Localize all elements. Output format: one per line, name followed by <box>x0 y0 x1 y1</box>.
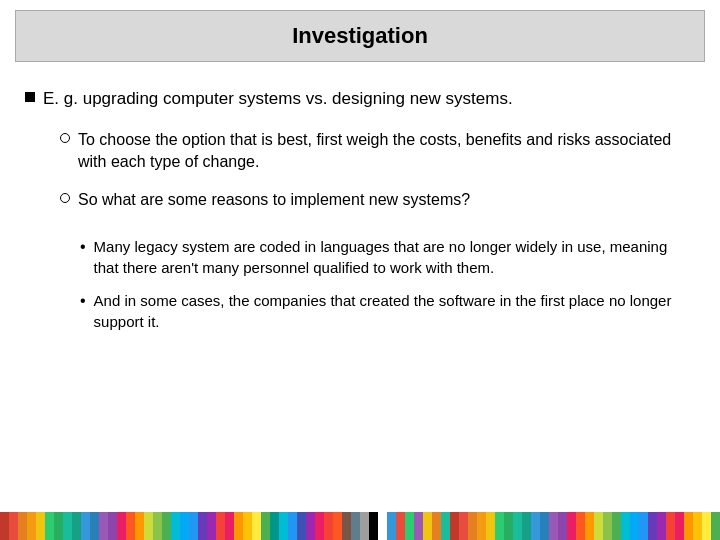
pixel-decoration-block <box>252 512 261 540</box>
pixel-decoration-block <box>450 512 459 540</box>
pixel-decoration-block <box>81 512 90 540</box>
pixel-decoration-block <box>72 512 81 540</box>
pixel-decoration-block <box>297 512 306 540</box>
pixel-decoration-block <box>189 512 198 540</box>
pixel-decoration-block <box>702 512 711 540</box>
nested-bullet-dot-1: • <box>80 236 86 258</box>
pixel-decoration-block <box>234 512 243 540</box>
content-area: E. g. upgrading computer systems vs. des… <box>0 62 720 540</box>
pixel-decoration-block <box>99 512 108 540</box>
pixel-decoration-block <box>405 512 414 540</box>
pixel-decoration-block <box>657 512 666 540</box>
bullet-square-icon <box>25 92 35 102</box>
pixel-decoration-block <box>504 512 513 540</box>
pixel-decoration-block <box>225 512 234 540</box>
pixel-decoration-block <box>288 512 297 540</box>
pixel-decoration-block <box>675 512 684 540</box>
pixel-decoration-block <box>441 512 450 540</box>
title-bar: Investigation <box>15 10 705 62</box>
nested-bullet-2: • And in some cases, the companies that … <box>80 290 695 332</box>
pixel-decoration-block <box>207 512 216 540</box>
pixel-decoration-block <box>63 512 72 540</box>
pixel-decoration-block <box>360 512 369 540</box>
pixel-decoration-block <box>693 512 702 540</box>
pixel-decoration-block <box>558 512 567 540</box>
pixel-decoration-block <box>630 512 639 540</box>
pixel-decoration-block <box>9 512 18 540</box>
pixel-decoration-block <box>369 512 378 540</box>
pixel-decoration-block <box>684 512 693 540</box>
pixel-decoration-block <box>153 512 162 540</box>
pixel-decoration-block <box>567 512 576 540</box>
pixel-decoration-block <box>711 512 720 540</box>
pixel-decoration-block <box>486 512 495 540</box>
nested-bullet-1: • Many legacy system are coded in langua… <box>80 236 695 278</box>
sub-bullet-text-2: So what are some reasons to implement ne… <box>78 189 470 211</box>
pixel-decoration-block <box>306 512 315 540</box>
pixel-decoration-block <box>315 512 324 540</box>
pixel-decoration-block <box>648 512 657 540</box>
pixel-decoration-block <box>513 512 522 540</box>
pixel-decoration-block <box>387 512 396 540</box>
pixel-decoration-block <box>135 512 144 540</box>
pixel-decoration-block <box>477 512 486 540</box>
pixel-decoration-block <box>279 512 288 540</box>
pixel-decoration-block <box>333 512 342 540</box>
pixel-decoration-block <box>396 512 405 540</box>
pixel-decoration-block <box>54 512 63 540</box>
pixel-decoration-block <box>117 512 126 540</box>
pixel-decoration-block <box>171 512 180 540</box>
nested-bullet-text-2: And in some cases, the companies that cr… <box>94 290 695 332</box>
pixel-decoration-block <box>108 512 117 540</box>
nested-bullet-dot-2: • <box>80 290 86 312</box>
pixel-decoration-block <box>540 512 549 540</box>
pixel-decoration-block <box>459 512 468 540</box>
pixel-decoration-block <box>216 512 225 540</box>
pixel-decoration-block <box>243 512 252 540</box>
pixel-decoration-block <box>45 512 54 540</box>
main-bullet-text: E. g. upgrading computer systems vs. des… <box>43 87 513 111</box>
pixel-decoration-block <box>612 512 621 540</box>
pixel-decoration-block <box>639 512 648 540</box>
pixel-decoration-block <box>180 512 189 540</box>
bottom-decoration <box>0 512 720 540</box>
pixel-decoration-block <box>414 512 423 540</box>
nested-bullet-text-1: Many legacy system are coded in language… <box>94 236 695 278</box>
pixel-decoration-block <box>0 512 9 540</box>
pixel-decoration-block <box>270 512 279 540</box>
pixel-decoration-block <box>27 512 36 540</box>
pixel-decoration-block <box>36 512 45 540</box>
pixel-decoration-block <box>549 512 558 540</box>
slide-title: Investigation <box>292 23 428 48</box>
sub-bullet-text-1: To choose the option that is best, first… <box>78 129 695 174</box>
pixel-decoration-block <box>621 512 630 540</box>
pixel-decoration-block <box>666 512 675 540</box>
pixel-decoration-block <box>90 512 99 540</box>
sub-bullet-2: So what are some reasons to implement ne… <box>60 189 695 211</box>
pixel-decoration-block <box>495 512 504 540</box>
slide-container: Investigation E. g. upgrading computer s… <box>0 0 720 540</box>
pixel-decoration-block <box>594 512 603 540</box>
sub-bullet-1: To choose the option that is best, first… <box>60 129 695 174</box>
sub-bullets-container: To choose the option that is best, first… <box>25 129 695 332</box>
pixel-decoration-block <box>198 512 207 540</box>
pixel-decoration-block <box>378 512 387 540</box>
pixel-decoration-block <box>432 512 441 540</box>
pixel-decoration-block <box>531 512 540 540</box>
pixel-decoration-block <box>522 512 531 540</box>
pixel-decoration-block <box>18 512 27 540</box>
sub-bullet-circle-icon-2 <box>60 193 70 203</box>
pixel-decoration-block <box>261 512 270 540</box>
pixel-decoration-block <box>603 512 612 540</box>
sub-bullet-circle-icon-1 <box>60 133 70 143</box>
main-bullet: E. g. upgrading computer systems vs. des… <box>25 87 695 111</box>
nested-bullets-container: • Many legacy system are coded in langua… <box>60 236 695 332</box>
pixel-decoration-block <box>324 512 333 540</box>
pixel-decoration-block <box>351 512 360 540</box>
pixel-decoration-block <box>576 512 585 540</box>
pixel-decoration-block <box>144 512 153 540</box>
pixel-decoration-block <box>468 512 477 540</box>
pixel-decoration-block <box>342 512 351 540</box>
pixel-decoration-block <box>126 512 135 540</box>
pixel-decoration-block <box>585 512 594 540</box>
